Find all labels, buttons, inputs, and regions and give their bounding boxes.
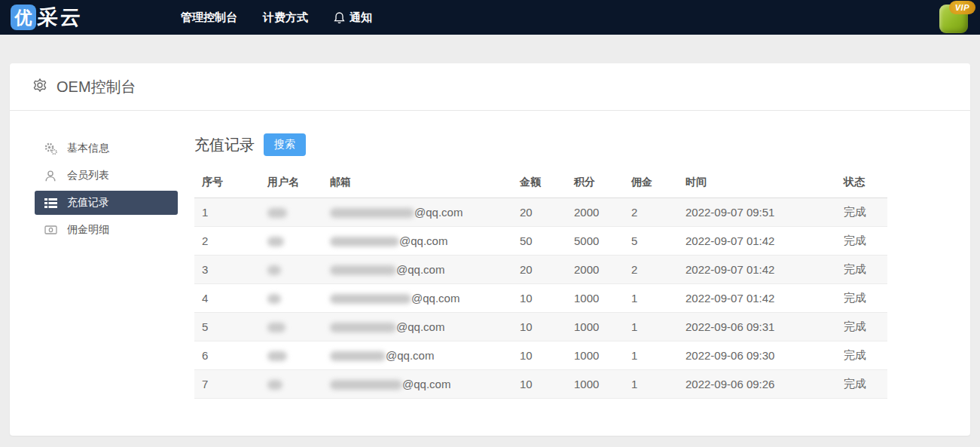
cell-no: 2 — [194, 227, 260, 256]
sidebar-item-label: 会员列表 — [67, 169, 109, 182]
nav-item-label: 通知 — [350, 11, 372, 25]
cell-amount: 10 — [512, 313, 566, 341]
email-suffix: @qq.com — [402, 378, 450, 390]
email-suffix: @qq.com — [414, 206, 463, 219]
cell-email: @qq.com — [322, 256, 512, 284]
redacted-username — [267, 237, 284, 246]
card-header: OEM控制台 — [10, 63, 970, 111]
cell-time: 2022-09-07 01:42 — [678, 227, 836, 256]
col-header-points: 积分 — [566, 170, 624, 198]
nav-item-label: 管理控制台 — [181, 11, 237, 25]
table-row: 3 @qq.com 20 2000 2 2022-09-07 01:42 完成 — [194, 256, 887, 284]
cell-points: 1000 — [566, 284, 624, 313]
redacted-username — [267, 265, 281, 275]
redacted-email-prefix — [330, 380, 402, 390]
top-navbar: 优 采云 管理控制台 计费方式 通知 VIP — [0, 0, 980, 35]
search-button[interactable]: 搜索 — [264, 133, 306, 156]
sidebar-item-members[interactable]: 会员列表 — [35, 164, 178, 188]
user-icon — [44, 170, 57, 182]
cell-amount: 10 — [512, 370, 566, 399]
table-row: 4 @qq.com 10 1000 1 2022-09-07 01:42 完成 — [194, 284, 887, 313]
cell-no: 7 — [194, 370, 260, 399]
logo-text: 采云 — [37, 4, 84, 31]
redacted-email-prefix — [330, 351, 386, 361]
col-header-email: 邮箱 — [322, 170, 512, 198]
cell-amount: 10 — [512, 284, 566, 313]
cell-time: 2022-09-06 09:26 — [678, 370, 836, 399]
email-suffix: @qq.com — [411, 292, 459, 305]
redacted-username — [267, 294, 281, 304]
redacted-email-prefix — [330, 323, 396, 332]
cell-commission: 1 — [624, 284, 678, 313]
col-header-time: 时间 — [678, 170, 836, 198]
redacted-username — [267, 380, 282, 390]
table-row: 6 @qq.com 10 1000 1 2022-09-06 09:30 完成 — [194, 341, 887, 370]
cell-no: 5 — [194, 313, 260, 341]
col-header-no: 序号 — [194, 170, 260, 198]
cell-no: 6 — [194, 341, 260, 370]
bell-icon — [334, 11, 345, 24]
cell-email: @qq.com — [322, 227, 512, 256]
cell-points: 2000 — [566, 256, 624, 284]
email-suffix: @qq.com — [386, 349, 434, 362]
sidebar: 基本信息 会员列表 充 — [10, 111, 194, 399]
cell-points: 5000 — [566, 227, 624, 256]
cell-time: 2022-09-06 09:30 — [678, 341, 836, 370]
content-title-row: 充值记录 搜索 — [194, 133, 970, 156]
col-header-status: 状态 — [836, 170, 887, 198]
table-row: 5 @qq.com 10 1000 1 2022-09-06 09:31 完成 — [194, 313, 887, 341]
cell-amount: 20 — [512, 198, 566, 227]
cell-points: 1000 — [566, 341, 624, 370]
cell-amount: 20 — [512, 256, 566, 284]
nav-item-console[interactable]: 管理控制台 — [181, 11, 237, 25]
cell-time: 2022-09-07 01:42 — [678, 256, 836, 284]
email-suffix: @qq.com — [396, 263, 444, 276]
cell-points: 1000 — [566, 313, 624, 341]
cell-email: @qq.com — [322, 313, 512, 341]
cell-username — [260, 256, 322, 284]
cell-time: 2022-09-06 09:31 — [678, 313, 836, 341]
cell-email: @qq.com — [322, 198, 512, 227]
cell-no: 4 — [194, 284, 260, 313]
sidebar-item-commission-details[interactable]: 佣金明细 — [35, 218, 178, 242]
content-area: 充值记录 搜索 序号 用户名 邮箱 金额 积分 佣金 时间 — [194, 111, 970, 399]
cell-status: 完成 — [836, 256, 887, 284]
gears-icon — [44, 142, 57, 155]
table-row: 1 @qq.com 20 2000 2 2022-09-07 09:51 完成 — [194, 198, 887, 227]
vip-badge: VIP — [949, 1, 975, 14]
table-row: 7 @qq.com 10 1000 1 2022-09-06 09:26 完成 — [194, 370, 887, 399]
redacted-email-prefix — [330, 294, 411, 304]
cell-points: 2000 — [566, 198, 624, 227]
cell-commission: 1 — [624, 370, 678, 399]
nav-item-label: 计费方式 — [263, 11, 308, 25]
col-header-commission: 佣金 — [624, 170, 678, 198]
cell-time: 2022-09-07 09:51 — [678, 198, 836, 227]
sidebar-item-label: 基本信息 — [67, 142, 109, 155]
redacted-username — [267, 351, 287, 361]
cell-status: 完成 — [836, 313, 887, 341]
logo-mark: 优 — [11, 5, 36, 30]
cell-no: 1 — [194, 198, 260, 227]
cell-commission: 1 — [624, 313, 678, 341]
table-body: 1 @qq.com 20 2000 2 2022-09-07 09:51 完成 … — [194, 198, 887, 399]
brand-logo: 优 采云 — [11, 4, 83, 31]
col-header-amount: 金额 — [512, 170, 566, 198]
sidebar-item-recharge-records[interactable]: 充值记录 — [35, 191, 178, 215]
cell-status: 完成 — [836, 198, 887, 227]
cell-status: 完成 — [836, 227, 887, 256]
table-row: 2 @qq.com 50 5000 5 2022-09-07 01:42 完成 — [194, 227, 887, 256]
main-card: OEM控制台 基本信息 — [10, 63, 970, 436]
sidebar-item-basic-info[interactable]: 基本信息 — [35, 136, 178, 161]
nav-item-notifications[interactable]: 通知 — [334, 11, 372, 25]
nav-item-billing[interactable]: 计费方式 — [263, 11, 308, 25]
email-suffix: @qq.com — [399, 234, 447, 247]
cell-commission: 5 — [624, 227, 678, 256]
cell-username — [260, 198, 322, 227]
card-body: 基本信息 会员列表 充 — [10, 111, 970, 399]
recharge-table: 序号 用户名 邮箱 金额 积分 佣金 时间 状态 1 — [194, 170, 887, 399]
nav-menu: 管理控制台 计费方式 通知 — [181, 11, 372, 25]
gear-icon — [32, 78, 47, 96]
section-title: 充值记录 — [194, 135, 255, 155]
email-suffix: @qq.com — [396, 320, 444, 333]
redacted-email-prefix — [330, 237, 399, 246]
